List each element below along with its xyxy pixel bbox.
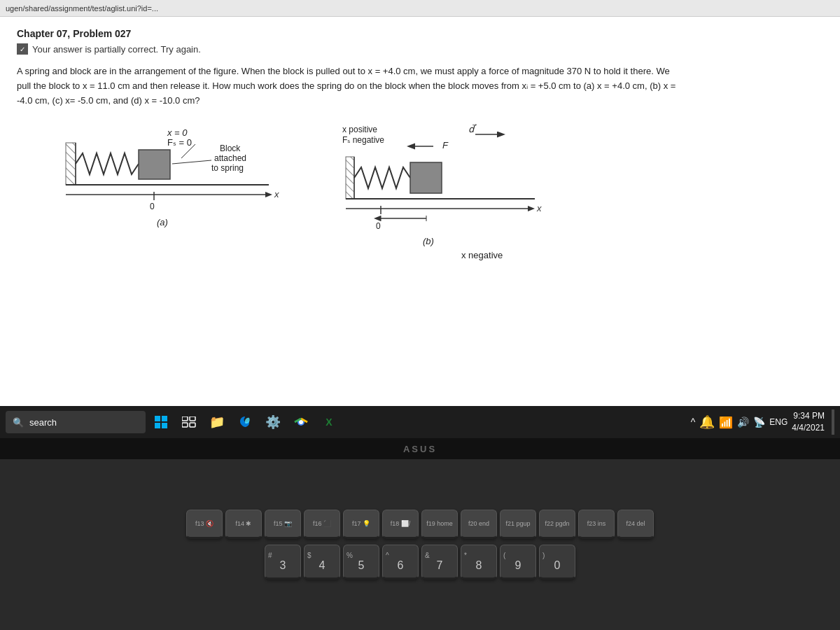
key-3[interactable]: # 3	[265, 545, 301, 580]
date: 4/4/2021	[792, 422, 825, 434]
svg-rect-3	[139, 150, 170, 179]
key-f13[interactable]: f13 🔇	[186, 510, 223, 539]
svg-text:x: x	[536, 203, 542, 214]
asus-logo-bar: ASUS	[0, 438, 840, 459]
svg-text:x negative: x negative	[461, 250, 503, 260]
svg-line-10	[172, 160, 211, 164]
fn-key-row: f13 🔇 f14 ✱ f15 📷 f16 ⬛ f17 💡 f18 ⬜/ f19…	[186, 510, 654, 539]
svg-text:(a): (a)	[157, 217, 168, 227]
svg-text:(b): (b)	[423, 236, 434, 246]
show-desktop-button[interactable]	[832, 410, 834, 435]
start-button[interactable]	[148, 410, 174, 435]
svg-text:x: x	[274, 189, 279, 200]
svg-text:0: 0	[376, 221, 381, 231]
svg-text:attached: attached	[214, 153, 246, 163]
excel-button[interactable]: X	[316, 410, 342, 435]
edge-button[interactable]	[232, 410, 258, 435]
url-bar[interactable]: ugen/shared/assignment/test/aglist.uni?i…	[0, 0, 840, 17]
svg-text:d⃗: d⃗	[468, 124, 477, 134]
answer-status: ✓ Your answer is partially correct. Try …	[17, 43, 823, 55]
key-9[interactable]: ( 9	[500, 545, 536, 580]
figures-area: x = 0 Fₛ = 0 Block attached to spring	[59, 122, 823, 276]
key-f15[interactable]: f15 📷	[265, 510, 301, 539]
volume-icon[interactable]: 🔊	[737, 416, 749, 428]
taskbar-notification[interactable]: 🔔	[699, 414, 715, 430]
svg-text:x positive: x positive	[342, 125, 377, 134]
svg-rect-47	[190, 423, 195, 427]
taskbar: 🔍 search 📁 ⚙️ X ^ 🔔 📶 🔊 📡 ENG 9:34 PM 4/…	[0, 406, 840, 438]
time-display[interactable]: 9:34 PM 4/4/2021	[792, 410, 825, 434]
svg-rect-40	[155, 416, 160, 421]
key-0[interactable]: ) 0	[539, 545, 575, 580]
key-f23[interactable]: f23 ins	[578, 510, 615, 539]
key-f16[interactable]: f16 ⬛	[304, 510, 340, 539]
svg-text:Fₛ negative: Fₛ negative	[342, 135, 384, 145]
keyboard-area: f13 🔇 f14 ✱ f15 📷 f16 ⬛ f17 💡 f18 ⬜/ f19…	[0, 459, 840, 630]
problem-text: A spring and block are in the arrangemen…	[17, 64, 682, 108]
svg-rect-25	[346, 157, 354, 199]
svg-marker-30	[528, 206, 535, 211]
svg-rect-41	[162, 416, 167, 421]
svg-rect-44	[182, 416, 188, 421]
language-label: ENG	[769, 417, 788, 427]
svg-rect-43	[162, 423, 167, 428]
key-8[interactable]: * 8	[461, 545, 497, 580]
wifi-icon: 📡	[753, 416, 765, 428]
url-text: ugen/shared/assignment/test/aglist.uni?i…	[6, 4, 158, 13]
browser-screen: ugen/shared/assignment/test/aglist.uni?i…	[0, 0, 840, 406]
key-f17[interactable]: f17 💡	[343, 510, 379, 539]
figure-a-container: x = 0 Fₛ = 0 Block attached to spring	[59, 122, 297, 276]
key-5[interactable]: % 5	[343, 545, 379, 580]
check-icon: ✓	[17, 43, 28, 55]
key-f18[interactable]: f18 ⬜/	[382, 510, 419, 539]
settings-button[interactable]: ⚙️	[260, 410, 286, 435]
network-icon: 📶	[719, 416, 733, 429]
figure-a-svg: x = 0 Fₛ = 0 Block attached to spring	[59, 122, 283, 234]
svg-rect-27	[410, 162, 442, 193]
browser-content: Chapter 07, Problem 027 ✓ Your answer is…	[0, 17, 840, 406]
svg-rect-45	[190, 416, 195, 421]
svg-text:to spring: to spring	[211, 163, 244, 173]
figure-b-container: x positive Fₛ negative d⃗ F	[339, 122, 563, 276]
asus-logo: ASUS	[403, 444, 437, 454]
chevron-up-icon[interactable]: ^	[691, 416, 696, 428]
svg-text:F: F	[442, 140, 449, 150]
time: 9:34 PM	[792, 410, 825, 422]
status-text: Your answer is partially correct. Try ag…	[32, 44, 201, 55]
chapter-header: Chapter 07, Problem 027	[17, 28, 823, 39]
search-icon: 🔍	[13, 417, 24, 428]
file-explorer-button[interactable]: 📁	[204, 410, 230, 435]
key-f20[interactable]: f20 end	[461, 510, 497, 539]
key-f19[interactable]: f19 home	[421, 510, 458, 539]
key-6[interactable]: ^ 6	[382, 545, 419, 580]
svg-text:Fₛ = 0: Fₛ = 0	[167, 137, 192, 148]
taskbar-right: ^ 🔔 📶 🔊 📡 ENG 9:34 PM 4/4/2021	[691, 410, 834, 435]
task-view-button[interactable]	[176, 410, 202, 435]
search-label: search	[29, 417, 57, 428]
svg-text:Block: Block	[220, 144, 241, 153]
svg-point-49	[299, 420, 303, 424]
key-7[interactable]: & 7	[421, 545, 458, 580]
svg-text:0: 0	[150, 202, 155, 211]
svg-rect-1	[66, 143, 76, 185]
key-f14[interactable]: f14 ✱	[225, 510, 262, 539]
key-f22[interactable]: f22 pgdn	[539, 510, 575, 539]
number-key-row: # 3 $ 4 % 5 ^ 6 & 7 * 8 ( 9 ) 0	[265, 545, 575, 580]
key-f24[interactable]: f24 del	[617, 510, 654, 539]
figure-b-svg: x positive Fₛ negative d⃗ F	[339, 122, 549, 276]
svg-text:x = 0: x = 0	[167, 127, 188, 138]
key-f21[interactable]: f21 pgup	[500, 510, 536, 539]
svg-rect-46	[182, 423, 188, 427]
svg-rect-42	[155, 423, 160, 428]
taskbar-search[interactable]: 🔍 search	[6, 411, 146, 433]
svg-marker-13	[265, 192, 272, 197]
chrome-button[interactable]	[288, 410, 314, 435]
svg-marker-33	[374, 216, 381, 221]
key-4[interactable]: $ 4	[304, 545, 340, 580]
